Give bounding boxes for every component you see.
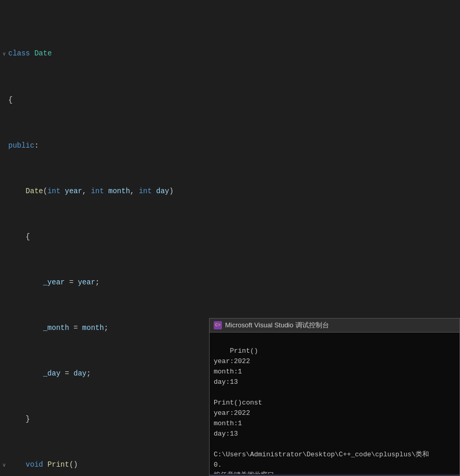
line-6: _year = year; [0,277,460,288]
line-5: { [0,231,460,242]
console-title: Microsoft Visual Studio 调试控制台 [225,321,329,330]
line-3: public: [0,140,460,151]
line-4: Date(int year, int month, int day) [0,185,460,197]
fold-icon-10[interactable]: ∨ [0,460,8,471]
console-output[interactable]: Print() year:2022 month:1 day:13 Print()… [210,333,459,474]
console-window: C> Microsoft Visual Studio 调试控制台 Print()… [209,318,460,476]
fold-icon-1[interactable]: ∨ [0,49,8,60]
console-titlebar: C> Microsoft Visual Studio 调试控制台 [210,319,459,333]
line-1: ∨ class Date [0,48,460,60]
console-text: Print() year:2022 month:1 day:13 Print()… [214,347,429,474]
line-2: { [0,94,460,106]
vs-icon: C> [214,321,222,329]
